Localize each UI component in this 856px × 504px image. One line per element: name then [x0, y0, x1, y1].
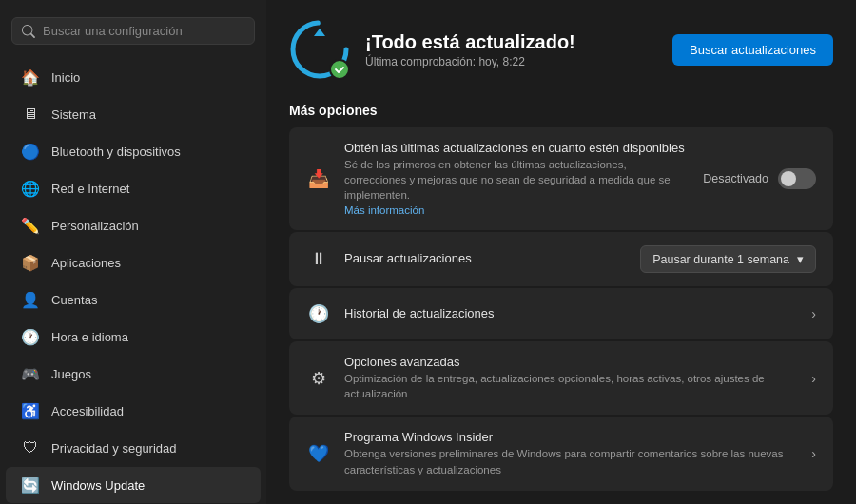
option-right-pausar-actualizaciones: Pausar durante 1 semana ▾: [640, 245, 816, 273]
nav-label-sistema: Sistema: [51, 107, 96, 122]
sidebar-item-juegos[interactable]: 🎮 Juegos: [6, 356, 261, 392]
option-row-opciones-avanzadas[interactable]: ⚙ Opciones avanzadas Optimización de la …: [289, 341, 833, 415]
sidebar: 🏠 Inicio 🖥 Sistema 🔵 Bluetooth y disposi…: [0, 0, 266, 504]
sidebar-item-personalizacion[interactable]: ✏️ Personalización: [6, 207, 261, 243]
sidebar-item-privacidad[interactable]: 🛡 Privacidad y seguridad: [6, 430, 261, 466]
toggle-knob-ultimas-actualizaciones: [781, 171, 796, 186]
nav-list: 🏠 Inicio 🖥 Sistema 🔵 Bluetooth y disposi…: [0, 58, 266, 504]
opt-desc-opciones-avanzadas: Optimización de la entrega, actualizacio…: [344, 371, 798, 401]
nav-icon-aplicaciones: 📦: [21, 253, 40, 272]
opt-desc-programa-insider: Obtenga versiones preliminares de Window…: [344, 446, 798, 476]
nav-label-hora: Hora e idioma: [51, 330, 128, 344]
chevron-right-icon: ›: [811, 371, 816, 386]
option-row-pausar-actualizaciones[interactable]: ⏸ Pausar actualizaciones Pausar durante …: [289, 232, 833, 286]
status-left: ¡Todo está actualizado! Última comprobac…: [289, 19, 575, 80]
check-updates-button[interactable]: Buscar actualizaciones: [672, 34, 833, 66]
opt-title-historial-actualizaciones: Historial de actualizaciones: [344, 306, 798, 320]
nav-label-bluetooth: Bluetooth y dispositivos: [51, 145, 181, 159]
option-body-ultimas-actualizaciones: Obtén las últimas actualizaciones en cua…: [344, 141, 690, 217]
nav-icon-bluetooth: 🔵: [21, 142, 40, 161]
sidebar-item-windows-update[interactable]: 🔄 Windows Update: [6, 467, 261, 503]
option-icon-ultimas-actualizaciones: 📥: [306, 166, 331, 191]
nav-icon-inicio: 🏠: [21, 68, 40, 87]
nav-label-aplicaciones: Aplicaciones: [51, 256, 121, 270]
sidebar-item-aplicaciones[interactable]: 📦 Aplicaciones: [6, 244, 261, 281]
sidebar-item-sistema[interactable]: 🖥 Sistema: [6, 96, 261, 132]
pause-label-pausar-actualizaciones: Pausar durante 1 semana: [652, 253, 789, 266]
sidebar-item-hora[interactable]: 🕐 Hora e idioma: [6, 319, 261, 355]
nav-icon-personalizacion: ✏️: [21, 216, 40, 235]
toggle-ultimas-actualizaciones[interactable]: [778, 168, 816, 189]
opt-title-programa-insider: Programa Windows Insider: [344, 430, 798, 444]
toggle-label-ultimas-actualizaciones: Desactivado: [703, 172, 768, 185]
main-content: ¡Todo está actualizado! Última comprobac…: [266, 0, 856, 504]
section-title: Más opciones: [289, 103, 833, 118]
option-icon-opciones-avanzadas: ⚙: [306, 366, 331, 391]
chevron-right-icon: ›: [811, 306, 816, 321]
nav-label-cuentas: Cuentas: [51, 293, 97, 307]
option-body-historial-actualizaciones: Historial de actualizaciones: [344, 306, 798, 322]
sidebar-item-accesibilidad[interactable]: ♿ Accesibilidad: [6, 393, 261, 429]
search-icon: [22, 25, 35, 38]
option-right-opciones-avanzadas: ›: [811, 371, 816, 386]
nav-label-accesibilidad: Accesibilidad: [51, 404, 124, 418]
nav-icon-privacidad: 🛡: [21, 438, 40, 457]
status-header: ¡Todo está actualizado! Última comprobac…: [289, 19, 833, 80]
option-body-opciones-avanzadas: Opciones avanzadas Optimización de la en…: [344, 355, 798, 401]
option-icon-programa-insider: 💙: [306, 441, 331, 466]
search-box[interactable]: [11, 17, 255, 45]
nav-label-windows-update: Windows Update: [51, 478, 145, 493]
option-row-historial-actualizaciones[interactable]: 🕐 Historial de actualizaciones ›: [289, 288, 833, 339]
option-body-pausar-actualizaciones: Pausar actualizaciones: [344, 251, 627, 267]
nav-icon-hora: 🕐: [21, 327, 40, 346]
options-list: 📥 Obtén las últimas actualizaciones en c…: [289, 127, 833, 491]
chevron-down-icon: ▾: [797, 252, 804, 266]
update-icon-wrapper: [289, 19, 350, 80]
nav-label-personalizacion: Personalización: [51, 219, 139, 233]
status-title: ¡Todo está actualizado!: [365, 31, 575, 53]
opt-title-opciones-avanzadas: Opciones avanzadas: [344, 355, 798, 369]
nav-icon-juegos: 🎮: [21, 364, 40, 383]
opt-title-pausar-actualizaciones: Pausar actualizaciones: [344, 251, 627, 265]
opt-link-ultimas-actualizaciones[interactable]: Más información: [344, 204, 424, 216]
status-subtitle: Última comprobación: hoy, 8:22: [365, 55, 575, 68]
check-badge: [329, 59, 350, 80]
pause-dropdown-pausar-actualizaciones[interactable]: Pausar durante 1 semana ▾: [640, 245, 816, 273]
sidebar-item-inicio[interactable]: 🏠 Inicio: [6, 59, 261, 95]
nav-icon-accesibilidad: ♿: [21, 401, 40, 420]
option-row-programa-insider[interactable]: 💙 Programa Windows Insider Obtenga versi…: [289, 417, 833, 490]
option-icon-historial-actualizaciones: 🕐: [306, 301, 331, 326]
option-right-programa-insider: ›: [811, 446, 816, 461]
chevron-right-icon: ›: [811, 446, 816, 461]
nav-icon-red: 🌐: [21, 179, 40, 198]
option-row-ultimas-actualizaciones[interactable]: 📥 Obtén las últimas actualizaciones en c…: [289, 127, 833, 230]
option-right-ultimas-actualizaciones: Desactivado: [703, 168, 816, 189]
sidebar-item-cuentas[interactable]: 👤 Cuentas: [6, 281, 261, 318]
option-icon-pausar-actualizaciones: ⏸: [306, 247, 331, 272]
nav-label-juegos: Juegos: [51, 367, 91, 381]
nav-label-privacidad: Privacidad y seguridad: [51, 441, 177, 456]
nav-label-red: Red e Internet: [51, 182, 129, 196]
sidebar-item-red[interactable]: 🌐 Red e Internet: [6, 170, 261, 206]
nav-icon-windows-update: 🔄: [21, 475, 40, 494]
search-input[interactable]: [43, 24, 244, 38]
nav-icon-sistema: 🖥: [21, 105, 40, 124]
sidebar-item-bluetooth[interactable]: 🔵 Bluetooth y dispositivos: [6, 133, 261, 169]
status-text: ¡Todo está actualizado! Última comprobac…: [365, 31, 575, 68]
opt-desc-ultimas-actualizaciones: Sé de los primeros en obtener las última…: [344, 157, 690, 203]
option-body-programa-insider: Programa Windows Insider Obtenga version…: [344, 430, 798, 476]
opt-title-ultimas-actualizaciones: Obtén las últimas actualizaciones en cua…: [344, 141, 690, 155]
nav-label-inicio: Inicio: [51, 70, 80, 85]
option-right-historial-actualizaciones: ›: [811, 306, 816, 321]
nav-icon-cuentas: 👤: [21, 290, 40, 309]
